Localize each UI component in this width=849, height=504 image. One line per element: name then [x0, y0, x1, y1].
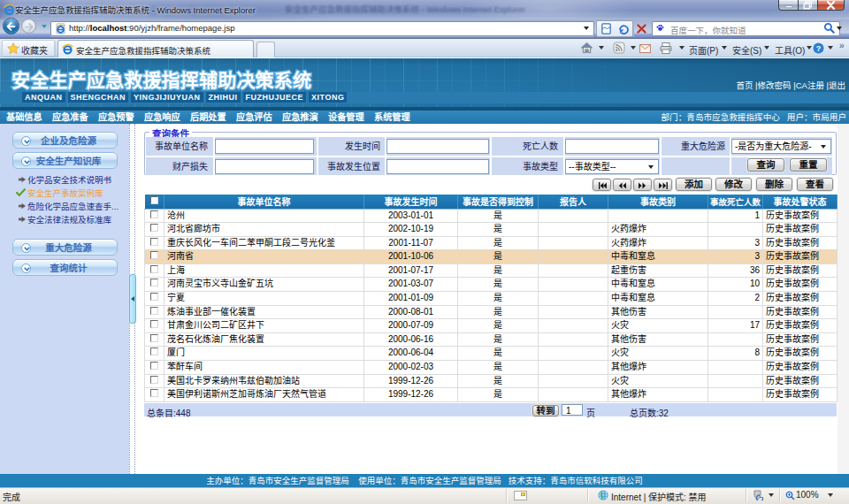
svg-text:?: ?: [816, 44, 822, 53]
